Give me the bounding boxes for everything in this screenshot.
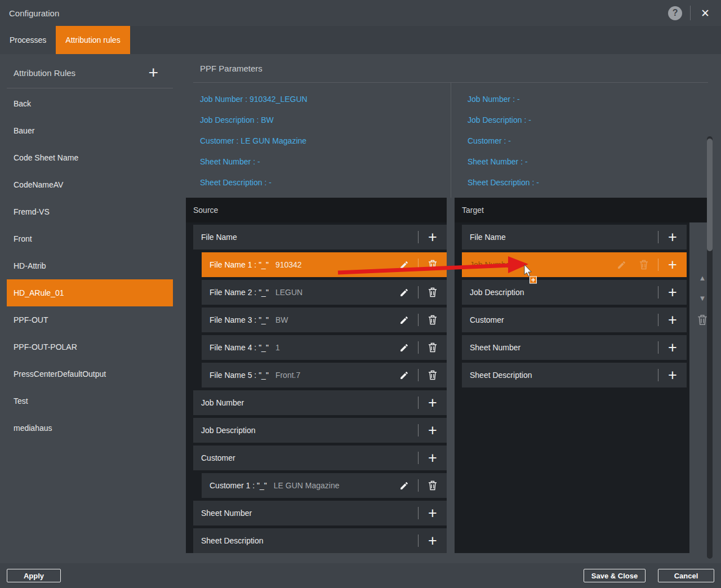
source-row-customer[interactable]: Customer + [193,446,447,470]
row-label: Customer [470,315,504,324]
edit-icon[interactable] [397,315,411,325]
column-divider [451,82,451,198]
delete-icon[interactable] [425,287,440,297]
source-row-file-name-5[interactable]: File Name 5 : "_" Front.7 [202,363,447,387]
close-button[interactable]: ✕ [698,7,712,20]
param-line: Customer : LE GUN Magazine [200,131,442,152]
target-row-job-description[interactable]: Job Description + [462,280,687,305]
sidebar-item-ppf-out[interactable]: PPF-OUT [7,306,173,333]
param-line: Job Number : - [468,89,704,110]
row-value: BW [275,315,288,324]
edit-icon[interactable] [397,343,411,353]
delete-selected-icon[interactable] [697,314,707,328]
source-row-file-name-4[interactable]: File Name 4 : "_" 1 [202,335,447,360]
row-value: Front.7 [275,371,300,380]
sidebar-item-front[interactable]: Front [7,225,173,252]
row-divider [658,341,658,354]
target-row-sheet-number[interactable]: Sheet Number + [462,335,687,360]
sidebar-item-mediahaus[interactable]: mediahaus [7,415,173,442]
add-entry-icon[interactable]: + [665,313,680,327]
sidebar-item-back[interactable]: Back [7,90,173,117]
source-row-job-description[interactable]: Job Description + [193,418,447,443]
source-row-file-name[interactable]: File Name + [193,225,447,250]
source-row-job-number[interactable]: Job Number + [193,390,447,415]
row-label: Customer 1 : "_" [210,481,267,490]
row-divider [418,314,419,326]
vertical-scrollbar[interactable] [707,136,713,559]
delete-icon[interactable] [425,342,440,353]
row-divider [418,479,419,492]
row-divider [658,314,658,326]
source-row-customer-1[interactable]: Customer 1 : "_" LE GUN Magazine [202,473,447,498]
close-icon: ✕ [701,7,710,19]
source-ppf-parameters: Job Number : 910342_LEGUN Job Descriptio… [200,89,442,193]
sidebar-item-bauer[interactable]: Bauer [7,117,173,144]
move-down-icon[interactable]: ▼ [699,294,706,302]
add-entry-icon[interactable]: + [425,423,440,438]
sidebar-item-hd-attrib[interactable]: HD-Attrib [7,252,173,279]
source-row-file-name-2[interactable]: File Name 2 : "_" LEGUN [202,280,447,305]
target-row-list: File Name + Job Number + Job Description… [462,225,687,390]
delete-icon[interactable] [425,370,440,380]
edit-icon[interactable] [614,260,629,270]
edit-icon[interactable] [397,371,411,380]
sidebar-item-test[interactable]: Test [7,387,173,415]
add-entry-icon[interactable]: + [425,451,440,465]
scrollbar-thumb[interactable] [707,139,713,251]
delete-icon[interactable] [425,260,440,270]
param-line: Sheet Description : - [468,172,704,193]
help-button[interactable]: ? [668,6,682,20]
target-section-header: Target [455,198,708,222]
add-attribution-rule-icon[interactable]: + [148,66,158,79]
delete-icon[interactable] [425,480,440,491]
source-row-file-name-1-dragged[interactable]: File Name 1 : "_" 910342 [202,252,447,277]
save-close-button[interactable]: Save & Close [584,569,646,582]
apply-button[interactable]: Apply [7,569,61,582]
source-row-sheet-description[interactable]: Sheet Description + [193,528,447,553]
row-value: LEGUN [275,288,302,297]
edit-icon[interactable] [397,481,411,491]
add-entry-icon[interactable]: + [425,506,440,520]
sidebar-item-code-sheet-name[interactable]: Code Sheet Name [7,144,173,171]
target-row-job-number-drop-target[interactable]: Job Number + [462,252,687,277]
add-entry-icon[interactable]: + [665,368,680,382]
target-row-sheet-description[interactable]: Sheet Description + [462,363,687,387]
source-row-file-name-3[interactable]: File Name 3 : "_" BW [202,308,447,332]
add-entry-icon[interactable]: + [425,533,440,548]
add-entry-icon[interactable]: + [665,257,680,272]
add-entry-icon[interactable]: + [425,395,440,410]
cancel-button[interactable]: Cancel [658,569,714,582]
sidebar-item-ppf-out-polar[interactable]: PPF-OUT-POLAR [7,333,173,360]
footer-bar: Apply Save & Close Cancel [0,563,721,588]
tab-processes[interactable]: Processes [0,26,56,54]
param-line: Job Description : - [468,110,704,131]
param-line: Sheet Number : - [200,152,442,172]
sidebar-item-fremd-vs[interactable]: Fremd-VS [7,198,173,225]
ppf-parameters-title: PPF Parameters [200,64,262,73]
sidebar-divider [7,88,173,88]
move-up-icon[interactable]: ▲ [699,274,706,282]
edit-icon[interactable] [397,260,411,270]
window-title: Configuration [9,8,59,18]
sidebar-item-hd-arule-01[interactable]: HD_ARule_01 [7,279,173,306]
edit-icon[interactable] [397,288,411,297]
sidebar-item-codenameav[interactable]: CodeNameAV [7,171,173,198]
sidebar-item-presscenterdefaultoutput[interactable]: PressCenterDefaultOutput [7,360,173,387]
target-row-customer[interactable]: Customer + [462,308,687,332]
sidebar-header: Attribution Rules + [0,54,179,88]
add-entry-icon[interactable]: + [665,230,680,244]
row-label: File Name 4 : "_" [210,343,269,352]
row-divider [418,286,419,299]
add-entry-icon[interactable]: + [425,230,440,244]
row-label: Job Number [201,398,244,407]
param-line: Sheet Description : - [200,172,442,193]
row-label: Sheet Description [201,536,264,545]
add-entry-icon[interactable]: + [665,285,680,300]
target-row-file-name[interactable]: File Name + [462,225,687,250]
add-entry-icon[interactable]: + [665,340,680,355]
main-panel: PPF Parameters Job Number : 910342_LEGUN… [179,54,721,563]
delete-icon[interactable] [637,260,651,270]
delete-icon[interactable] [425,315,440,325]
source-row-sheet-number[interactable]: Sheet Number + [193,501,447,525]
tab-attribution-rules[interactable]: Attribution rules [56,26,130,54]
